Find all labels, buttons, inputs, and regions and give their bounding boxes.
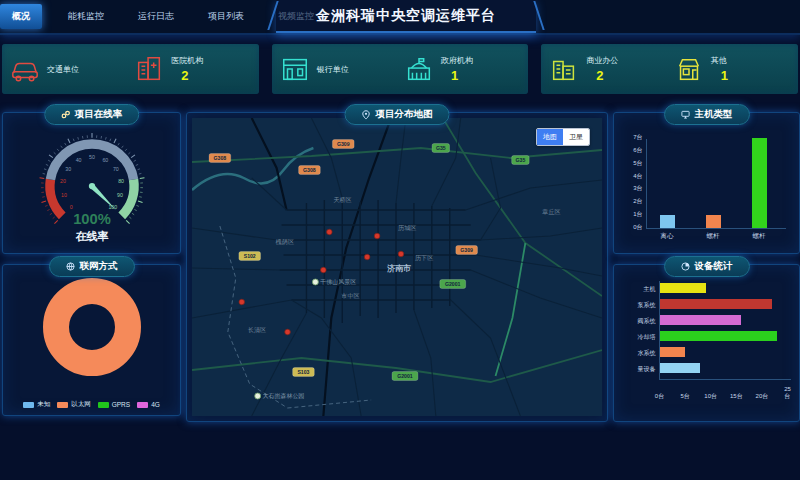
network-donut-chart <box>17 277 167 379</box>
network-legend: 未知以太网GPRS4G <box>3 400 180 409</box>
office-icon <box>549 54 579 84</box>
monitor-icon <box>681 110 690 119</box>
hospital-icon <box>134 54 164 84</box>
svg-text:济南市: 济南市 <box>387 263 411 273</box>
row-label: 冷却塔 <box>620 333 656 342</box>
stat-item: 其他1 <box>670 54 794 84</box>
svg-text:历下区: 历下区 <box>415 254 433 262</box>
svg-text:80: 80 <box>118 178 124 184</box>
svg-text:10: 10 <box>61 192 67 198</box>
panel-title: 联网方式 <box>80 260 118 273</box>
svg-text:S102: S102 <box>244 253 256 259</box>
panel-host-type: 主机类型 0台1台2台3台4台5台6台7台离心螺杆螺杆 <box>613 112 800 254</box>
legend-item-GPRS[interactable]: GPRS <box>98 400 130 409</box>
bar-阀系统 <box>660 315 742 325</box>
row-label: 阀系统 <box>620 317 656 326</box>
nav-tab-2[interactable]: 能耗监控 <box>60 5 112 28</box>
x-tick: 15台 <box>730 392 743 401</box>
project-marker[interactable] <box>364 254 370 260</box>
svg-text:90: 90 <box>117 192 123 198</box>
project-marker[interactable] <box>285 329 291 335</box>
host-type-bar-chart: 0台1台2台3台4台5台6台7台离心螺杆螺杆 <box>622 127 792 241</box>
map-type-button-地图[interactable]: 地图 <box>537 129 563 145</box>
stat-item: 银行单位 <box>276 54 400 84</box>
legend-item-未知[interactable]: 未知 <box>23 400 50 409</box>
svg-text:历城区: 历城区 <box>398 224 416 232</box>
map-canvas[interactable]: G308G308G309G309G35G35G2001G2001S103S102… <box>192 118 602 416</box>
x-tick: 离心 <box>661 232 674 241</box>
bank-icon <box>280 54 310 84</box>
bar-冷却塔 <box>660 331 778 341</box>
svg-text:G309: G309 <box>337 141 350 147</box>
map-railways <box>252 118 391 416</box>
top-navbar: 概况能耗监控运行日志项目列表视频监控 金洲科瑞中央空调运维平台 <box>0 0 800 35</box>
legend-swatch <box>98 402 109 408</box>
row-label: 水系统 <box>620 349 656 358</box>
x-tick: 螺杆 <box>753 232 766 241</box>
project-marker[interactable] <box>239 299 245 305</box>
stat-value: 1 <box>441 68 473 83</box>
x-tick: 螺杆 <box>707 232 720 241</box>
bar-水系统 <box>660 347 686 357</box>
y-tick: 4台 <box>622 172 643 181</box>
x-tick: 20台 <box>756 392 769 401</box>
stat-card-1: 交通单位医院机构2 <box>2 44 259 94</box>
gauge-value: 100% <box>73 211 111 227</box>
bar-泵系统 <box>660 299 773 309</box>
legend-item-以太网[interactable]: 以太网 <box>57 400 91 409</box>
panel-title: 项目在线率 <box>75 108 123 121</box>
project-marker[interactable] <box>327 229 333 235</box>
y-tick: 0台 <box>622 223 643 232</box>
svg-text:20: 20 <box>59 178 65 184</box>
nav-tab-4[interactable]: 项目列表 <box>200 5 252 28</box>
panel-project-map: 项目分布地图 <box>186 112 608 422</box>
svg-text:千佛山风景区: 千佛山风景区 <box>319 279 356 285</box>
stat-item: 医院机构2 <box>130 54 254 84</box>
project-marker[interactable] <box>374 233 380 239</box>
stat-value: 2 <box>171 68 203 83</box>
svg-text:40: 40 <box>75 157 81 163</box>
svg-text:长清区: 长清区 <box>248 326 266 334</box>
stat-item: 政府机构1 <box>400 54 524 84</box>
panel-device-header: 设备统计 <box>664 256 750 277</box>
project-marker[interactable] <box>398 251 404 257</box>
shop-icon <box>674 54 704 84</box>
nav-tab-3[interactable]: 运行日志 <box>130 5 182 28</box>
y-tick: 7台 <box>622 133 643 142</box>
svg-text:G308: G308 <box>214 155 227 161</box>
y-tick: 2台 <box>622 197 643 206</box>
map-type-button-卫星[interactable]: 卫星 <box>563 129 589 145</box>
project-marker[interactable] <box>321 267 327 273</box>
bar-螺杆 <box>706 215 721 228</box>
legend-label: 4G <box>151 401 160 408</box>
stat-label: 交通单位 <box>47 64 79 75</box>
panel-network-type: 联网方式 未知以太网GPRS4G <box>2 264 181 416</box>
svg-text:章丘区: 章丘区 <box>541 208 560 215</box>
online-rate-gauge: 0102030405060708090100 100% 在线率 <box>12 123 172 245</box>
stat-label: 其他 <box>711 55 728 66</box>
nav-tab-1[interactable]: 概况 <box>0 4 42 29</box>
row-label: 量设备 <box>620 365 656 374</box>
map-type-control: 地图卫星 <box>536 128 590 146</box>
legend-item-4G[interactable]: 4G <box>137 400 160 409</box>
svg-text:G308: G308 <box>303 167 316 173</box>
y-tick: 6台 <box>622 146 643 155</box>
map-highways <box>192 118 602 382</box>
app-title-block: 金洲科瑞中央空调运维平台 <box>276 0 536 33</box>
gauge-label: 在线率 <box>74 230 108 242</box>
map-roads-grid <box>277 198 481 323</box>
legend-swatch <box>137 402 148 408</box>
x-tick: 25台 <box>784 386 791 401</box>
row-label: 泵系统 <box>620 301 656 310</box>
stat-label: 医院机构 <box>171 55 203 66</box>
svg-text:大石崮森林公园: 大石崮森林公园 <box>263 392 305 400</box>
stat-card-3: 商业办公2其他1 <box>541 44 798 94</box>
stat-value: 2 <box>586 68 618 83</box>
y-tick: 1台 <box>622 210 643 219</box>
x-tick: 5台 <box>680 392 689 401</box>
legend-label: 以太网 <box>71 400 91 409</box>
panel-network-header: 联网方式 <box>49 256 135 277</box>
map-svg: G308G308G309G309G35G35G2001G2001S103S102… <box>192 118 602 416</box>
svg-text:G309: G309 <box>460 247 473 253</box>
government-icon <box>404 54 434 84</box>
